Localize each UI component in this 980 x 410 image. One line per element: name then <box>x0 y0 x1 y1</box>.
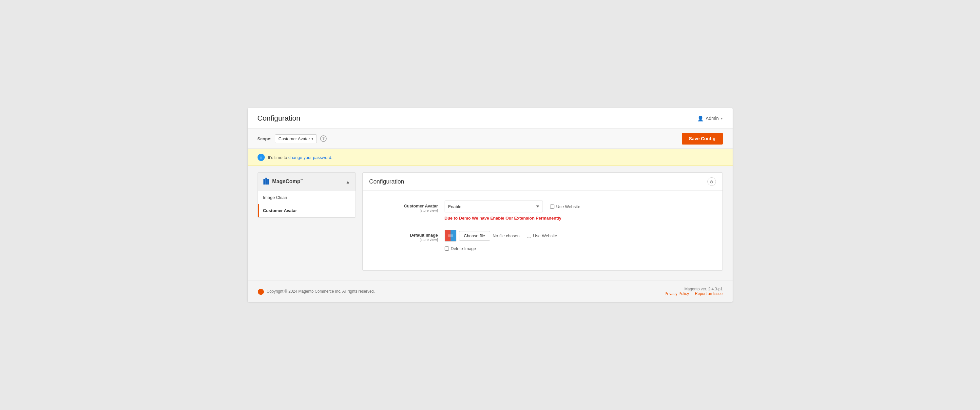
scope-value: Customer Avatar <box>278 136 310 141</box>
default-image-sub-label: [store view] <box>372 238 438 241</box>
customer-avatar-label-col: Customer Avatar [store view] <box>372 201 445 212</box>
extension-error-text: Due to Demo We have Enable Our Extension… <box>445 215 713 220</box>
default-image-row: Default Image [store view] <box>372 230 713 251</box>
notice-banner: i It's time to change your password. <box>248 149 733 166</box>
toolbar: Scope: Customer Avatar ▾ ? Save Config <box>248 129 733 149</box>
page-header: Configuration 👤 Admin ▾ <box>248 108 733 129</box>
magento-footer-icon: ⬤ <box>258 288 264 295</box>
use-website-checkbox-label[interactable]: Use Website <box>550 204 580 209</box>
sidebar-section: MageComp™ ▲ Image Clean Customer Avatar <box>258 172 356 218</box>
svg-rect-2 <box>267 179 269 185</box>
delete-image-label[interactable]: Delete Image <box>445 246 713 251</box>
svg-rect-1 <box>266 178 267 185</box>
panel-toggle-icon[interactable]: ⊙ <box>707 177 716 186</box>
scope-label: Scope: <box>258 136 272 141</box>
report-issue-link[interactable]: Report an Issue <box>695 291 723 296</box>
sidebar-item-customer-avatar[interactable]: Customer Avatar <box>258 204 355 217</box>
sidebar-item-image-clean[interactable]: Image Clean <box>258 191 355 204</box>
delete-image-checkbox[interactable] <box>445 246 449 251</box>
default-image-use-website-label[interactable]: Use Website <box>527 233 557 238</box>
file-input-area: Choose file No file chosen <box>445 230 520 241</box>
magento-version: Magento ver. 2.4.3-p1 <box>665 287 722 291</box>
no-file-text: No file chosen <box>493 233 520 238</box>
page-title: Configuration <box>258 114 301 123</box>
default-image-control-wrap: Choose file No file chosen Use Website D… <box>445 230 713 251</box>
default-image-label-col: Default Image [store view] <box>372 230 445 241</box>
default-image-label: Default Image <box>410 233 438 238</box>
logo-text: MageComp™ <box>272 179 304 185</box>
svg-rect-0 <box>263 179 265 185</box>
scope-select[interactable]: Customer Avatar ▾ <box>275 134 317 143</box>
customer-avatar-sub-label: [store view] <box>372 209 438 212</box>
customer-avatar-row: Customer Avatar [store view] Enable Disa… <box>372 201 713 220</box>
scope-area: Scope: Customer Avatar ▾ ? <box>258 134 327 143</box>
footer-copyright: Copyright © 2024 Magento Commerce Inc. A… <box>267 289 375 294</box>
collapse-icon: ▲ <box>346 179 350 185</box>
image-thumbnail <box>445 230 457 241</box>
help-icon[interactable]: ? <box>320 136 327 142</box>
magecomp-logo-icon <box>263 177 270 186</box>
user-icon: 👤 <box>697 115 704 121</box>
use-website-checkbox[interactable] <box>550 204 554 209</box>
sidebar-section-header[interactable]: MageComp™ ▲ <box>258 173 355 191</box>
footer-separator: | <box>691 291 692 296</box>
chevron-down-icon: ▾ <box>721 116 723 121</box>
choose-file-button[interactable]: Choose file <box>459 231 490 241</box>
config-panel-header: Configuration ⊙ <box>363 173 722 191</box>
customer-avatar-control-wrap: Enable Disable Use Website Due to Demo W… <box>445 201 713 220</box>
main-content: MageComp™ ▲ Image Clean Customer Avatar … <box>248 166 733 281</box>
admin-label: Admin <box>706 116 719 121</box>
admin-user-menu[interactable]: 👤 Admin ▾ <box>697 115 723 121</box>
customer-avatar-control: Enable Disable Use Website <box>445 201 713 212</box>
sidebar: MageComp™ ▲ Image Clean Customer Avatar <box>258 172 356 271</box>
footer-left: ⬤ Copyright © 2024 Magento Commerce Inc.… <box>258 288 375 295</box>
customer-avatar-select[interactable]: Enable Disable <box>445 201 543 212</box>
notice-text: It's time to change your password. <box>268 155 332 160</box>
footer-links: Privacy Policy | Report an Issue <box>665 291 722 296</box>
footer-right: Magento ver. 2.4.3-p1 Privacy Policy | R… <box>665 287 722 296</box>
change-password-link[interactable]: change your password. <box>288 155 332 160</box>
page-wrapper: Configuration 👤 Admin ▾ Scope: Customer … <box>248 108 733 302</box>
config-panel-body: Customer Avatar [store view] Enable Disa… <box>363 191 722 270</box>
config-panel: Configuration ⊙ Customer Avatar [store v… <box>363 172 723 271</box>
default-image-file-row: Choose file No file chosen Use Website <box>445 230 713 241</box>
sidebar-logo: MageComp™ <box>263 177 304 186</box>
default-image-use-website-checkbox[interactable] <box>527 234 531 238</box>
scope-arrow-icon: ▾ <box>312 137 313 140</box>
customer-avatar-label: Customer Avatar <box>404 204 438 209</box>
svg-rect-5 <box>448 235 453 237</box>
page-footer: ⬤ Copyright © 2024 Magento Commerce Inc.… <box>248 281 733 302</box>
config-panel-title: Configuration <box>369 178 404 185</box>
save-config-button[interactable]: Save Config <box>682 133 723 145</box>
info-icon: i <box>258 154 265 161</box>
privacy-policy-link[interactable]: Privacy Policy <box>665 291 689 296</box>
